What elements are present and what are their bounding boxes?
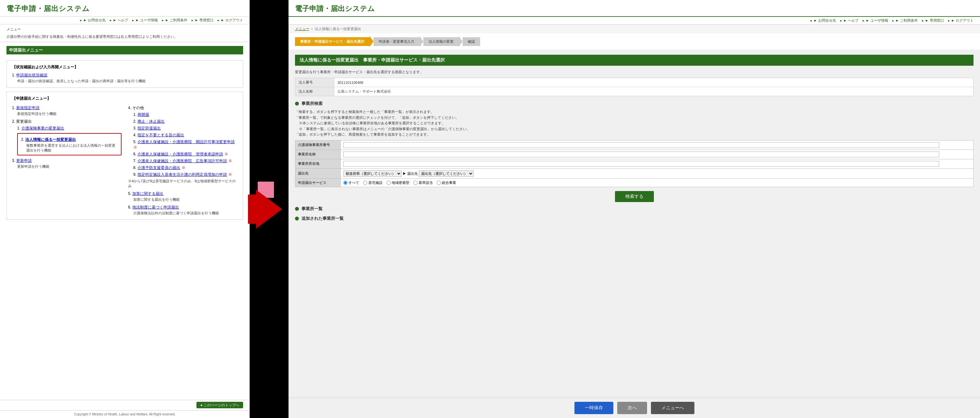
left-site-title: 電子申請・届出システム <box>6 4 243 14</box>
note-line-4: ※「事業所一覧」に表示されない事業所はメニューの「介護保険事業の変更届出」から届… <box>299 126 974 132</box>
service-regional-radio[interactable] <box>387 180 391 185</box>
link-abolish[interactable]: 廃止・休止届出 <box>137 119 165 124</box>
right-panel: 電子申請・届出システム ► お問合せ先 ► ヘルプ ► ユーザ情報 ► ご利用条… <box>288 0 980 418</box>
page-section-header: 法人情報に係る一括変更届出 事業所・申請届出サービス・届出先選択 <box>295 55 974 66</box>
nav-user-left[interactable]: ► ユーザ情報 <box>132 18 158 22</box>
address-row: 事業所所在地 <box>295 159 974 168</box>
corp-name-row: 法人名称 公高システム・サポート株式会社 <box>295 87 974 96</box>
big-arrow <box>256 190 282 229</box>
service-all-radio[interactable] <box>343 180 347 185</box>
nav-contact-left[interactable]: ► お問合せ先 <box>80 18 105 22</box>
link-renewal[interactable]: 更新申請 <box>16 158 32 163</box>
name-input[interactable] <box>343 152 939 157</box>
link-manager-approve[interactable]: 介護老人保健施設・介護医療院 管理者承認申請 <box>137 152 223 157</box>
nav-logout-right[interactable]: ► ログアウト <box>948 19 974 22</box>
menu-item-4-9: 9. 指定特定施設入居者生活介護の利用定員増加の申請 ※ <box>133 172 238 177</box>
service-home-radio[interactable] <box>363 180 367 185</box>
next-button[interactable]: 次へ <box>617 402 647 414</box>
search-button[interactable]: 検索する <box>615 191 654 202</box>
dest-city-select[interactable]: 届出先（選択してください） <box>419 170 474 177</box>
save-button[interactable]: 一時保存 <box>574 402 613 414</box>
service-standard-label[interactable]: 基準該当 <box>413 180 433 185</box>
link-designated-increase[interactable]: 指定特定施設入居者生活介護の利用定員増加の申請 <box>137 172 227 177</box>
dest-prefecture-select[interactable]: 都道府県（選択してください） <box>343 170 402 177</box>
left-menu-label: メニュー <box>0 24 250 33</box>
menu-item-3-desc: 更新申請を行う機能 <box>17 164 122 169</box>
address-input[interactable] <box>343 161 939 167</box>
nav-window-left[interactable]: ► 専用窓口 <box>191 18 213 22</box>
nav-help-right[interactable]: ► ヘルプ <box>840 19 858 22</box>
left-copyright: Copyright © Ministry of Health, Labour a… <box>0 410 250 418</box>
green-dot-added <box>295 217 299 220</box>
menu-item-4-1: 1. 再開届 <box>133 112 238 117</box>
nav-help-left[interactable]: ► ヘルプ <box>109 18 128 22</box>
left-header: 電子申請・届出システム <box>0 0 250 16</box>
link-corp-bulk[interactable]: 法人情報に係る一括変更届出 <box>25 137 76 142</box>
corp-name-value: 公高システム・サポート株式会社 <box>334 87 974 96</box>
note-line-3: ※本システムに参画している自治体に事業所在地がある事業所を選択することができます… <box>299 120 974 126</box>
menu-item-4-8: 8. 介護予防支援委員の届出 ※ <box>133 165 238 171</box>
menu-item-1-desc: 新規指定申請を行う機能 <box>17 111 122 116</box>
service-all-label[interactable]: すべて <box>343 180 359 185</box>
arrow-wrapper <box>256 190 282 229</box>
service-general-label[interactable]: 総合事業 <box>437 180 456 185</box>
jigyosho-search-title: 事業所検索 <box>295 101 974 106</box>
left-section-title: 申請届出メニュー <box>6 46 243 54</box>
jigyosho-list-label: 事業所一覧 <box>301 206 323 212</box>
link-reopen[interactable]: 再開届 <box>137 112 149 117</box>
right-site-title: 電子申請・届出システム <box>295 4 974 14</box>
highlight-box: 2. 法人情報に係る一括変更届出 複数事業所を運営する法人における法人情報の一括… <box>17 133 122 155</box>
right-main: 法人情報に係る一括変更届出 事業所・申請届出サービス・届出先選択 変更届出を行う… <box>288 49 980 397</box>
step-2: 申請者・変更事項入力 <box>374 37 420 46</box>
menu-item-6: 6. 地法制度に基づく申請届出 <box>128 204 238 210</box>
service-standard-radio[interactable] <box>413 180 418 185</box>
care-num-label: 介護保険事業所番号 <box>295 140 341 150</box>
menu-col-wrap: 1. 新規指定申請 新規指定申請を行う機能 2. 変更届出 1. 介護保険事業の… <box>12 104 238 215</box>
bottom-bar: 一時保存 次へ メニューへ <box>288 397 980 418</box>
link-bonus[interactable]: 加算に関する届出 <box>132 192 163 196</box>
arrow-area <box>250 0 288 418</box>
link-open-permit[interactable]: 介護老人保健施設・介護医療院 開設許可事項変更申請 <box>137 139 235 144</box>
note-line-5: 「追加」ボタンを押下した後に、再度検索をして事業所を追加することができます。 <box>295 132 974 138</box>
nav-window-right[interactable]: ► 専用窓口 <box>921 19 944 22</box>
service-row: 申請届出サービス すべて 居宅施設 地域密着型 基準該当 総合事業 <box>295 178 974 187</box>
link-new-apply[interactable]: 新規指定申請 <box>16 106 40 110</box>
menu-item-2-sub: 1. 介護保険事業の変更届出 2. 法人情報に係る一括変更届出 複数事業所を運営… <box>17 126 122 155</box>
menu-item-2-2: 2. 法人情報に係る一括変更届出 <box>21 137 118 142</box>
nav-contact-right[interactable]: ► お問合せ先 <box>810 19 836 22</box>
nav-user-right[interactable]: ► ユーザ情報 <box>862 19 888 22</box>
link-resign[interactable]: 指定辞退届出 <box>137 126 161 130</box>
step-arrow-3 <box>459 36 463 47</box>
jigyosho-list-title: 事業所一覧 <box>295 206 974 212</box>
link-prevention-committee[interactable]: 介護予防支援委員の届出 <box>137 165 180 170</box>
link-ad-permit[interactable]: 介護老人保健施設・介護医療院 広告事項許可申請 <box>137 159 227 163</box>
top-page-button[interactable]: ● このページのトップへ <box>196 402 243 408</box>
breadcrumb: メニュー ＞ 法人情報に係る一括変更届出 <box>288 25 980 33</box>
link-care-change[interactable]: 介護保険事業の変更届出 <box>21 126 64 130</box>
nav-terms-right[interactable]: ► ご利用条件 <box>892 19 918 22</box>
right-nav: ► お問合せ先 ► ヘルプ ► ユーザ情報 ► ご利用条件 ► 専用窓口 ► ロ… <box>288 17 980 25</box>
service-regional-label[interactable]: 地域密着型 <box>387 180 409 185</box>
service-home-label[interactable]: 居宅施設 <box>363 180 383 185</box>
corp-name-label: 法人名称 <box>295 87 334 96</box>
link-unnecessary[interactable]: 指定を不要とする旨の届出 <box>137 133 184 137</box>
corp-num-label: 法人番号 <box>295 78 334 87</box>
menu-item-3: 3. 更新申請 <box>12 158 122 163</box>
dest-row: 届出先 都道府県（選択してください） ▶ 届出先 届出先（選択してください） <box>295 168 974 178</box>
menu-item-5-desc: 加算に関する届出を行う機能 <box>133 197 238 202</box>
status-box-title: 【状況確認および入力再開メニュー】 <box>12 65 238 70</box>
service-general-radio[interactable] <box>437 180 441 185</box>
jigyosho-search-label: 事業所検索 <box>301 101 323 106</box>
link-status-confirm[interactable]: 申請届出状況確認 <box>16 73 47 78</box>
link-local-law[interactable]: 地法制度に基づく申請届出 <box>132 205 179 209</box>
nav-terms-left[interactable]: ► ご利用条件 <box>161 18 188 22</box>
nav-logout-left[interactable]: ► ログアウト <box>217 18 243 22</box>
breadcrumb-menu[interactable]: メニュー <box>295 27 309 31</box>
corp-info-table: 法人番号 3011101106488 法人名称 公高システム・サポート株式会社 <box>295 78 974 96</box>
menu-button[interactable]: メニューへ <box>651 402 694 414</box>
menu-col-right: 4. その他 1. 再開届 2. 廃止・休止届出 3. 指定辞退届出 4. 指定… <box>128 104 238 215</box>
address-label: 事業所所在地 <box>295 159 341 168</box>
care-num-input[interactable] <box>343 142 939 148</box>
right-header: 電子申請・届出システム <box>288 0 980 17</box>
menu-item-1: 1. 新規指定申請 <box>12 105 122 111</box>
